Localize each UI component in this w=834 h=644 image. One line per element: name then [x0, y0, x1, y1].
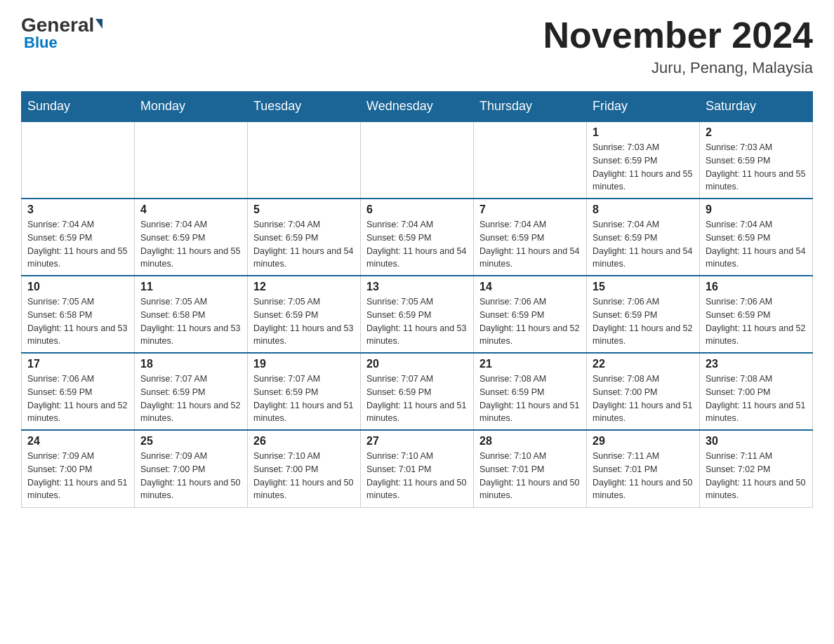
day-info: Sunrise: 7:04 AMSunset: 6:59 PMDaylight:…: [140, 218, 241, 271]
day-info: Sunrise: 7:07 AMSunset: 6:59 PMDaylight:…: [366, 373, 468, 425]
day-number: 1: [593, 126, 694, 139]
calendar-cell: 14Sunrise: 7:06 AMSunset: 6:59 PMDayligh…: [474, 276, 587, 353]
header: General Blue November 2024 Juru, Penang,…: [21, 14, 813, 77]
day-info: Sunrise: 7:06 AMSunset: 6:59 PMDaylight:…: [593, 295, 694, 348]
day-info: Sunrise: 7:10 AMSunset: 7:00 PMDaylight:…: [253, 450, 355, 502]
calendar-cell: 24Sunrise: 7:09 AMSunset: 7:00 PMDayligh…: [22, 430, 135, 507]
day-info: Sunrise: 7:10 AMSunset: 7:01 PMDaylight:…: [366, 450, 468, 502]
day-number: 9: [706, 203, 807, 216]
calendar-week-row: 1Sunrise: 7:03 AMSunset: 6:59 PMDaylight…: [22, 121, 813, 199]
day-info: Sunrise: 7:06 AMSunset: 6:59 PMDaylight:…: [27, 373, 128, 425]
day-number: 21: [479, 358, 581, 370]
calendar-cell: 5Sunrise: 7:04 AMSunset: 6:59 PMDaylight…: [248, 199, 361, 276]
day-number: 16: [706, 281, 807, 293]
logo-arrow-icon: [95, 19, 102, 29]
calendar-week-row: 10Sunrise: 7:05 AMSunset: 6:58 PMDayligh…: [22, 276, 813, 353]
day-info: Sunrise: 7:08 AMSunset: 7:00 PMDaylight:…: [593, 373, 694, 425]
day-info: Sunrise: 7:10 AMSunset: 7:01 PMDaylight:…: [479, 450, 581, 502]
day-info: Sunrise: 7:04 AMSunset: 6:59 PMDaylight:…: [253, 218, 355, 271]
title-section: November 2024 Juru, Penang, Malaysia: [543, 14, 813, 77]
day-info: Sunrise: 7:05 AMSunset: 6:59 PMDaylight:…: [253, 295, 355, 348]
day-number: 29: [593, 435, 694, 448]
calendar-header-wednesday: Wednesday: [361, 92, 474, 122]
day-info: Sunrise: 7:11 AMSunset: 7:02 PMDaylight:…: [706, 450, 807, 502]
calendar-cell: 6Sunrise: 7:04 AMSunset: 6:59 PMDaylight…: [361, 199, 474, 276]
calendar-header-row: SundayMondayTuesdayWednesdayThursdayFrid…: [22, 92, 813, 122]
day-info: Sunrise: 7:06 AMSunset: 6:59 PMDaylight:…: [479, 295, 581, 348]
calendar-cell: 30Sunrise: 7:11 AMSunset: 7:02 PMDayligh…: [700, 430, 813, 507]
calendar-header-tuesday: Tuesday: [248, 92, 361, 122]
calendar-cell: 28Sunrise: 7:10 AMSunset: 7:01 PMDayligh…: [474, 430, 587, 507]
page-title: November 2024: [543, 14, 813, 56]
calendar-cell: 26Sunrise: 7:10 AMSunset: 7:00 PMDayligh…: [248, 430, 361, 507]
day-info: Sunrise: 7:07 AMSunset: 6:59 PMDaylight:…: [253, 373, 355, 425]
day-info: Sunrise: 7:07 AMSunset: 6:59 PMDaylight:…: [140, 373, 241, 425]
day-number: 28: [479, 435, 581, 448]
calendar-week-row: 17Sunrise: 7:06 AMSunset: 6:59 PMDayligh…: [22, 353, 813, 430]
day-info: Sunrise: 7:09 AMSunset: 7:00 PMDaylight:…: [140, 450, 241, 502]
calendar-cell: 11Sunrise: 7:05 AMSunset: 6:58 PMDayligh…: [135, 276, 248, 353]
day-number: 17: [27, 358, 128, 370]
calendar-table: SundayMondayTuesdayWednesdayThursdayFrid…: [21, 91, 813, 508]
day-number: 25: [140, 435, 241, 448]
calendar-cell: 13Sunrise: 7:05 AMSunset: 6:59 PMDayligh…: [361, 276, 474, 353]
calendar-cell: 17Sunrise: 7:06 AMSunset: 6:59 PMDayligh…: [22, 353, 135, 430]
day-info: Sunrise: 7:05 AMSunset: 6:59 PMDaylight:…: [366, 295, 468, 348]
day-info: Sunrise: 7:08 AMSunset: 6:59 PMDaylight:…: [479, 373, 581, 425]
day-info: Sunrise: 7:08 AMSunset: 7:00 PMDaylight:…: [706, 373, 807, 425]
calendar-cell: 9Sunrise: 7:04 AMSunset: 6:59 PMDaylight…: [700, 199, 813, 276]
calendar-header-saturday: Saturday: [700, 92, 813, 122]
calendar-cell: 3Sunrise: 7:04 AMSunset: 6:59 PMDaylight…: [22, 199, 135, 276]
day-number: 23: [706, 358, 807, 370]
day-number: 12: [253, 281, 355, 293]
day-number: 4: [140, 203, 241, 216]
day-number: 3: [27, 203, 128, 216]
day-number: 20: [366, 358, 468, 370]
page-subtitle: Juru, Penang, Malaysia: [543, 59, 813, 77]
day-number: 19: [253, 358, 355, 370]
day-number: 6: [366, 203, 468, 216]
calendar-cell: 4Sunrise: 7:04 AMSunset: 6:59 PMDaylight…: [135, 199, 248, 276]
calendar-cell: 27Sunrise: 7:10 AMSunset: 7:01 PMDayligh…: [361, 430, 474, 507]
calendar-header-sunday: Sunday: [22, 92, 135, 122]
calendar-cell: 19Sunrise: 7:07 AMSunset: 6:59 PMDayligh…: [248, 353, 361, 430]
day-number: 11: [140, 281, 241, 293]
calendar-cell: 7Sunrise: 7:04 AMSunset: 6:59 PMDaylight…: [474, 199, 587, 276]
calendar-cell: 1Sunrise: 7:03 AMSunset: 6:59 PMDaylight…: [587, 121, 700, 199]
day-number: 10: [27, 281, 128, 293]
calendar-cell: 22Sunrise: 7:08 AMSunset: 7:00 PMDayligh…: [587, 353, 700, 430]
day-number: 13: [366, 281, 468, 293]
day-number: 22: [593, 358, 694, 370]
calendar-cell: 16Sunrise: 7:06 AMSunset: 6:59 PMDayligh…: [700, 276, 813, 353]
day-number: 18: [140, 358, 241, 370]
day-number: 26: [253, 435, 355, 448]
day-info: Sunrise: 7:04 AMSunset: 6:59 PMDaylight:…: [366, 218, 468, 271]
calendar-cell: 20Sunrise: 7:07 AMSunset: 6:59 PMDayligh…: [361, 353, 474, 430]
day-info: Sunrise: 7:05 AMSunset: 6:58 PMDaylight:…: [27, 295, 128, 348]
calendar-cell: 8Sunrise: 7:04 AMSunset: 6:59 PMDaylight…: [587, 199, 700, 276]
calendar-week-row: 24Sunrise: 7:09 AMSunset: 7:00 PMDayligh…: [22, 430, 813, 507]
day-info: Sunrise: 7:04 AMSunset: 6:59 PMDaylight:…: [27, 218, 128, 271]
calendar-cell: 15Sunrise: 7:06 AMSunset: 6:59 PMDayligh…: [587, 276, 700, 353]
day-number: 30: [706, 435, 807, 448]
logo: General Blue: [21, 14, 102, 52]
calendar-cell: 10Sunrise: 7:05 AMSunset: 6:58 PMDayligh…: [22, 276, 135, 353]
day-number: 7: [479, 203, 581, 216]
day-number: 2: [706, 126, 807, 139]
calendar-week-row: 3Sunrise: 7:04 AMSunset: 6:59 PMDaylight…: [22, 199, 813, 276]
calendar-cell: [135, 121, 248, 199]
day-info: Sunrise: 7:04 AMSunset: 6:59 PMDaylight:…: [706, 218, 807, 271]
day-info: Sunrise: 7:04 AMSunset: 6:59 PMDaylight:…: [479, 218, 581, 271]
calendar-cell: 29Sunrise: 7:11 AMSunset: 7:01 PMDayligh…: [587, 430, 700, 507]
calendar-cell: 23Sunrise: 7:08 AMSunset: 7:00 PMDayligh…: [700, 353, 813, 430]
calendar-cell: 12Sunrise: 7:05 AMSunset: 6:59 PMDayligh…: [248, 276, 361, 353]
calendar-cell: [474, 121, 587, 199]
calendar-cell: [361, 121, 474, 199]
calendar-cell: 21Sunrise: 7:08 AMSunset: 6:59 PMDayligh…: [474, 353, 587, 430]
day-info: Sunrise: 7:04 AMSunset: 6:59 PMDaylight:…: [593, 218, 694, 271]
logo-blue-text: Blue: [24, 34, 58, 52]
day-number: 14: [479, 281, 581, 293]
day-info: Sunrise: 7:03 AMSunset: 6:59 PMDaylight:…: [593, 141, 694, 194]
day-info: Sunrise: 7:09 AMSunset: 7:00 PMDaylight:…: [27, 450, 128, 502]
day-info: Sunrise: 7:03 AMSunset: 6:59 PMDaylight:…: [706, 141, 807, 194]
